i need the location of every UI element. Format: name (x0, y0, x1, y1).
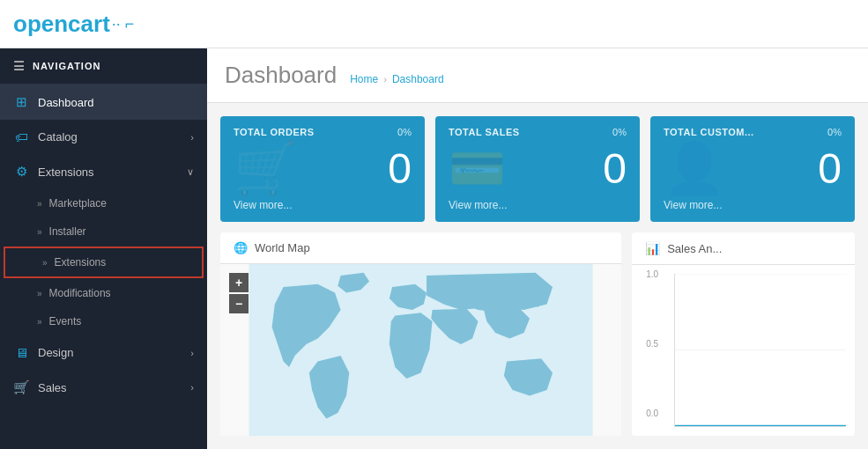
breadcrumb-separator: › (383, 74, 387, 85)
sales-value: 0 (603, 144, 627, 193)
customers-value: 0 (818, 144, 842, 193)
sidebar-sub-extensions[interactable]: » Extensions (4, 247, 204, 278)
sidebar: ☰ NAVIGATION ⊞ Dashboard 🏷 Catalog › ⚙ E… (0, 48, 207, 449)
world-map-panel: 🌐 World Map + − (220, 232, 621, 436)
page-header: Dashboard Home › Dashboard (207, 48, 868, 103)
sales-chart-icon: 📊 (645, 241, 660, 255)
map-controls: + − (229, 273, 249, 313)
sub-chevron-modifications: » (37, 289, 42, 298)
orders-icon: 🛒 (234, 143, 297, 194)
sales-view-more[interactable]: View more... (449, 199, 507, 211)
sub-chevron-events: » (37, 317, 42, 327)
extensions-icon: ⚙ (13, 164, 29, 180)
orders-title: TOTAL ORDERS (234, 127, 315, 137)
y-label-bottom: 0.0 (632, 409, 658, 418)
extensions-chevron: ∨ (187, 166, 194, 178)
catalog-chevron: › (190, 132, 194, 143)
y-label-top: 1.0 (632, 269, 658, 279)
orders-view-more[interactable]: View more... (234, 199, 292, 211)
logo-icon: ·· ⌐ (112, 15, 135, 33)
sales-label: Sales (38, 381, 67, 394)
dashboard-icon: ⊞ (13, 94, 29, 110)
marketplace-label: Marketplace (49, 197, 107, 210)
logo-text: opencart (13, 11, 110, 38)
world-map-header: 🌐 World Map (220, 232, 621, 264)
design-chevron: › (190, 348, 194, 358)
catalog-label: Catalog (38, 130, 78, 144)
nav-header: ☰ NAVIGATION (0, 48, 207, 85)
world-map-svg (220, 264, 621, 436)
chart-inner (674, 274, 846, 427)
y-label-mid: 0.5 (632, 339, 658, 349)
sidebar-sub-events[interactable]: » Events (0, 307, 207, 335)
breadcrumb-current[interactable]: Dashboard (392, 73, 444, 85)
events-label: Events (49, 315, 82, 328)
customers-view-more[interactable]: View more... (664, 199, 722, 211)
sales-percent: 0% (612, 127, 627, 137)
sales-icon: 🛒 (13, 379, 29, 395)
extensions-sub-label: Extensions (55, 256, 107, 269)
stat-cards-row: TOTAL ORDERS 0% 🛒 0 View more... TOTAL S… (220, 116, 855, 222)
bottom-row: 🌐 World Map + − (220, 232, 855, 436)
design-label: Design (38, 346, 73, 359)
sidebar-item-design[interactable]: 🖥 Design › (0, 335, 207, 370)
breadcrumb-home[interactable]: Home (350, 73, 378, 85)
orders-value: 0 (388, 144, 412, 193)
hamburger-icon: ☰ (13, 59, 26, 73)
sales-panel-header: 📊 Sales An... (632, 232, 855, 265)
customers-title: TOTAL CUSTOM... (664, 127, 754, 137)
page-title: Dashboard (225, 62, 337, 89)
catalog-icon: 🏷 (13, 129, 29, 144)
sidebar-item-dashboard[interactable]: ⊞ Dashboard (0, 85, 207, 120)
sub-chevron-marketplace: » (37, 199, 42, 209)
chart-svg (675, 274, 846, 426)
sales-panel-title: Sales An... (667, 242, 722, 255)
map-zoom-in[interactable]: + (229, 273, 249, 292)
orders-percent: 0% (397, 127, 412, 137)
map-content: + − (220, 264, 621, 436)
sidebar-item-catalog[interactable]: 🏷 Catalog › (0, 120, 207, 154)
map-zoom-out[interactable]: − (229, 294, 249, 313)
installer-label: Installer (49, 225, 86, 238)
sidebar-item-sales[interactable]: 🛒 Sales › (0, 370, 207, 405)
world-map-icon: 🌐 (234, 241, 248, 254)
sales-card-icon: 💳 (449, 145, 506, 191)
page-body: TOTAL ORDERS 0% 🛒 0 View more... TOTAL S… (207, 103, 868, 449)
stat-card-orders: TOTAL ORDERS 0% 🛒 0 View more... (220, 116, 425, 222)
logo[interactable]: opencart ·· ⌐ (13, 11, 134, 38)
main-layout: ☰ NAVIGATION ⊞ Dashboard 🏷 Catalog › ⚙ E… (0, 48, 868, 449)
chart-area: 1.0 0.5 0.0 (632, 265, 855, 436)
sidebar-sub-marketplace[interactable]: » Marketplace (0, 189, 207, 217)
customers-icon: 👤 (664, 144, 725, 193)
nav-label: NAVIGATION (33, 61, 100, 71)
world-map-title: World Map (255, 241, 310, 254)
app-header: opencart ·· ⌐ (0, 0, 868, 48)
stat-card-sales: TOTAL SALES 0% 💳 0 View more... (435, 116, 640, 222)
sales-title: TOTAL SALES (449, 127, 520, 137)
sidebar-item-label: Dashboard (38, 96, 94, 109)
breadcrumb: Home › Dashboard (350, 73, 443, 85)
content-area: Dashboard Home › Dashboard TOTAL ORDERS … (207, 48, 868, 449)
sales-chevron: › (190, 382, 194, 393)
chart-y-labels: 1.0 0.5 0.0 (632, 265, 663, 418)
sub-chevron-installer: » (37, 227, 42, 237)
sub-chevron-extensions: » (42, 258, 48, 268)
sales-panel: 📊 Sales An... 1.0 0.5 0.0 (632, 232, 855, 436)
extensions-label: Extensions (38, 166, 94, 179)
sidebar-sub-installer[interactable]: » Installer (0, 217, 207, 246)
design-icon: 🖥 (13, 345, 29, 360)
modifications-label: Modifications (49, 287, 111, 299)
sidebar-item-extensions[interactable]: ⚙ Extensions ∨ (0, 154, 207, 189)
sidebar-sub-modifications[interactable]: » Modifications (0, 279, 207, 307)
customers-percent: 0% (827, 127, 842, 137)
stat-card-customers: TOTAL CUSTOM... 0% 👤 0 View more... (650, 116, 855, 222)
